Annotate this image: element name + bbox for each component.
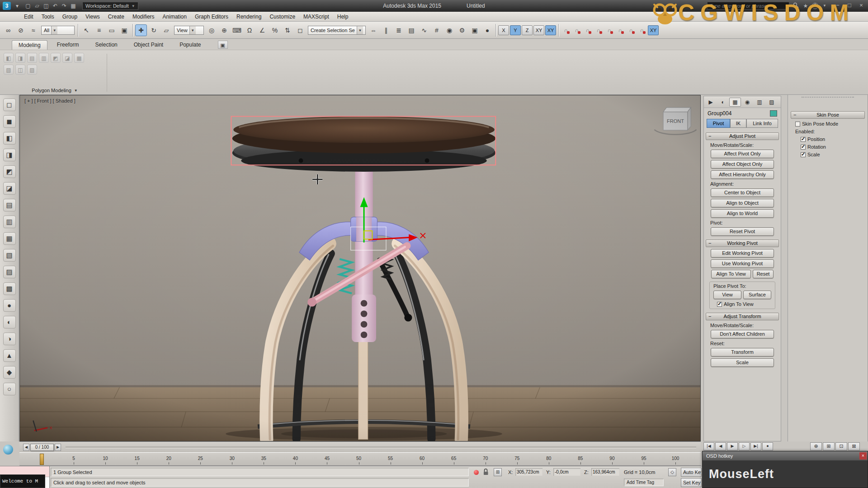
left-tool-09[interactable]: ▦ xyxy=(3,232,16,245)
snap-option-2[interactable]: ∩ xyxy=(572,25,582,35)
minimize-button[interactable]: − xyxy=(832,0,844,11)
zoom-icon[interactable]: ⊕ xyxy=(810,442,822,450)
left-tool-18[interactable]: ○ xyxy=(3,383,16,395)
snap-option-8[interactable]: ∩ xyxy=(637,25,647,35)
undo[interactable]: ↶ xyxy=(51,1,60,10)
material-editor[interactable]: ◉ xyxy=(443,24,455,36)
ribbon-tab-populate[interactable]: Populate xyxy=(173,40,208,50)
menu-rendering[interactable]: Rendering xyxy=(232,12,265,22)
ribbon-tool-5[interactable]: ◩ xyxy=(51,53,61,63)
timeline-ruler[interactable]: 5101520253035404550556065707580859095100 xyxy=(19,452,701,466)
help-icon[interactable]: ? xyxy=(812,3,818,9)
reset-scale-button[interactable]: Scale xyxy=(711,358,774,367)
skin-pose-mode-checkbox[interactable]: Skin Pose Mode xyxy=(795,121,865,127)
left-tool-12[interactable]: ▩ xyxy=(3,282,16,295)
menu-tools[interactable]: Tools xyxy=(38,12,58,22)
cp-tab-hierarchy[interactable]: ▦ xyxy=(729,98,741,107)
transform-gizmo-toggle[interactable]: ◇ xyxy=(668,468,676,476)
select-and-scale[interactable]: ▱ xyxy=(160,24,172,36)
select-and-manipulate[interactable]: ⊕ xyxy=(218,24,230,36)
next-frame-button[interactable]: ▷ xyxy=(739,442,750,450)
place-pivot-view-button[interactable]: View xyxy=(713,291,741,299)
ribbon-tool-1[interactable]: ◧ xyxy=(4,53,14,63)
title-bar[interactable]: ▾ ▢▱◫↶↷▦ Workspace: Default ▼ Autodesk 3… xyxy=(0,0,868,12)
bind-to-space-warp[interactable]: ≈ xyxy=(28,24,39,36)
ribbon-tool-8[interactable]: ▧ xyxy=(4,65,14,75)
viewport-menu-plus[interactable]: [ + ] xyxy=(24,98,33,103)
ribbon-tool-9[interactable]: ◫ xyxy=(15,65,25,75)
position-checkbox[interactable]: Position xyxy=(801,136,865,142)
menu-animation[interactable]: Animation xyxy=(159,12,191,22)
search-icon[interactable] xyxy=(792,2,799,9)
menu-customize[interactable]: Customize xyxy=(265,12,299,22)
affect-pivot-only-button[interactable]: Affect Pivot Only xyxy=(711,150,774,158)
cp-tab-display[interactable]: ▥ xyxy=(754,98,765,107)
ik-tab-button[interactable]: IK xyxy=(730,119,746,128)
render-setup[interactable]: ⚙ xyxy=(456,24,468,36)
edit-working-pivot-button[interactable]: Edit Working Pivot xyxy=(711,249,774,258)
restrict-xy-plane[interactable]: XY xyxy=(533,25,544,35)
object-name[interactable]: Group004 xyxy=(708,110,766,117)
left-tool-14[interactable]: ◐ xyxy=(3,316,16,328)
project-folder[interactable]: ▦ xyxy=(69,1,78,10)
z-coordinate-field[interactable] xyxy=(591,468,619,476)
save-file[interactable]: ◫ xyxy=(42,1,51,10)
align-to-view-button[interactable]: Align To View xyxy=(711,270,751,278)
dont-affect-children-button[interactable]: Don't Affect Children xyxy=(711,330,774,338)
previous-frame-button[interactable]: ◀ xyxy=(715,442,726,450)
menu-views[interactable]: Views xyxy=(81,12,104,22)
cp-tab-modify[interactable]: ◐ xyxy=(717,98,729,107)
use-working-pivot-button[interactable]: Use Working Pivot xyxy=(711,259,774,268)
place-pivot-surface-button[interactable]: Surface xyxy=(743,291,771,299)
previous-frame-arrow[interactable]: ◀ xyxy=(23,444,29,451)
menu-group[interactable]: Group xyxy=(58,12,81,22)
ribbon-tool-6[interactable]: ◪ xyxy=(62,53,72,63)
app-menu-caret-icon[interactable]: ▾ xyxy=(13,1,22,10)
osd-title-bar[interactable]: OSD hotkey × xyxy=(703,451,868,460)
scale-checkbox[interactable]: Scale xyxy=(801,152,865,157)
left-tool-17[interactable]: ◆ xyxy=(3,366,16,379)
left-tool-13[interactable]: ● xyxy=(3,299,16,312)
ribbon-tool-2[interactable]: ◨ xyxy=(15,53,25,63)
menu-edit[interactable]: Edit xyxy=(20,12,38,22)
menu-graph-editors[interactable]: Graph Editors xyxy=(191,12,232,22)
go-to-end-button[interactable]: ▶| xyxy=(750,442,761,450)
left-tool-16[interactable]: ▲ xyxy=(3,349,16,362)
snap-option-1[interactable]: ∩ xyxy=(561,25,571,35)
time-slider-track[interactable] xyxy=(66,446,696,448)
viewport-menu-view[interactable]: [ Front ] xyxy=(34,98,52,103)
maximize-viewport-icon[interactable]: ⊠ xyxy=(848,442,860,450)
reset-transform-button[interactable]: Transform xyxy=(711,348,774,357)
ribbon-tool-3[interactable]: ▤ xyxy=(27,53,37,63)
ribbon-tool-4[interactable]: ▥ xyxy=(39,53,49,63)
select-object[interactable]: ↖ xyxy=(80,24,92,36)
reset-pivot-button[interactable]: Reset Pivot xyxy=(711,227,774,236)
workspace-dropdown[interactable]: Workspace: Default ▼ xyxy=(82,2,138,10)
angle-snap-toggle[interactable]: ∠ xyxy=(256,24,268,36)
render-production[interactable]: ● xyxy=(481,24,493,36)
left-tool-02[interactable]: ◼ xyxy=(3,115,16,128)
add-time-tag-button[interactable]: Add Time Tag xyxy=(624,479,664,486)
align[interactable]: ∥ xyxy=(380,24,392,36)
set-key-button[interactable]: Set Key xyxy=(681,478,702,487)
select-and-rotate[interactable]: ↻ xyxy=(148,24,160,36)
ribbon-tab-freeform[interactable]: Freeform xyxy=(50,40,86,50)
left-tool-11[interactable]: ▨ xyxy=(3,266,16,278)
ribbon-tab-object-paint[interactable]: Object Paint xyxy=(127,40,170,50)
mirror[interactable]: ⇔ xyxy=(368,24,379,36)
pivot-tab-button[interactable]: Pivot xyxy=(707,119,730,128)
search-input[interactable] xyxy=(707,2,789,9)
osd-hotkey-window[interactable]: OSD hotkey × MouseLeft xyxy=(702,451,868,488)
menu-modifiers[interactable]: Modifiers xyxy=(128,12,159,22)
stool-seat[interactable] xyxy=(232,117,495,172)
rotation-checkbox[interactable]: Rotation xyxy=(801,144,865,150)
left-tool-07[interactable]: ▤ xyxy=(3,199,16,211)
ribbon-tool-7[interactable]: ▦ xyxy=(74,53,84,63)
lock-selection-icon[interactable] xyxy=(483,468,489,476)
select-and-move[interactable]: ✚ xyxy=(135,24,147,36)
viewport-menu-shading[interactable]: [ Shaded ] xyxy=(53,98,75,103)
center-to-object-button[interactable]: Center to Object xyxy=(711,188,774,197)
polygon-modeling-section[interactable]: Polygon Modeling ▼ xyxy=(6,88,103,93)
named-selection-set-dropdown[interactable]: Create Selection Se ▼ xyxy=(308,26,366,35)
curve-editor[interactable]: ∿ xyxy=(418,24,430,36)
